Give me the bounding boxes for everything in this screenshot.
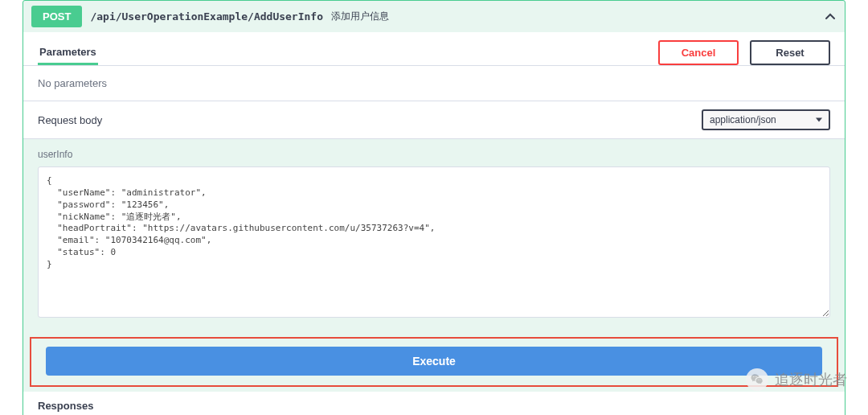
execute-button[interactable]: Execute: [46, 347, 822, 376]
request-body-label: Request body: [38, 114, 102, 126]
api-description: 添加用户信息: [331, 10, 389, 23]
cancel-button[interactable]: Cancel: [658, 40, 739, 65]
api-operation-panel: POST /api/UserOperationExample/AddUserIn…: [23, 0, 845, 415]
execute-highlight: Execute: [30, 337, 838, 387]
operation-summary-row[interactable]: POST /api/UserOperationExample/AddUserIn…: [23, 1, 845, 32]
no-parameters-text: No parameters: [23, 66, 845, 101]
request-body-header: Request body application/json: [23, 101, 845, 138]
http-method-badge: POST: [31, 6, 82, 27]
reset-button[interactable]: Reset: [750, 40, 830, 65]
responses-label: Responses: [23, 392, 845, 415]
chevron-up-icon[interactable]: [824, 10, 837, 23]
body-param-name: userInfo: [38, 149, 830, 160]
api-path: /api/UserOperationExample/AddUserInfo: [90, 10, 323, 23]
parameters-header: Parameters Cancel Reset: [23, 32, 845, 65]
request-body-section: userInfo: [23, 139, 845, 332]
request-body-textarea[interactable]: [38, 166, 830, 318]
content-type-select[interactable]: application/json: [702, 109, 830, 130]
tab-parameters[interactable]: Parameters: [38, 41, 98, 65]
